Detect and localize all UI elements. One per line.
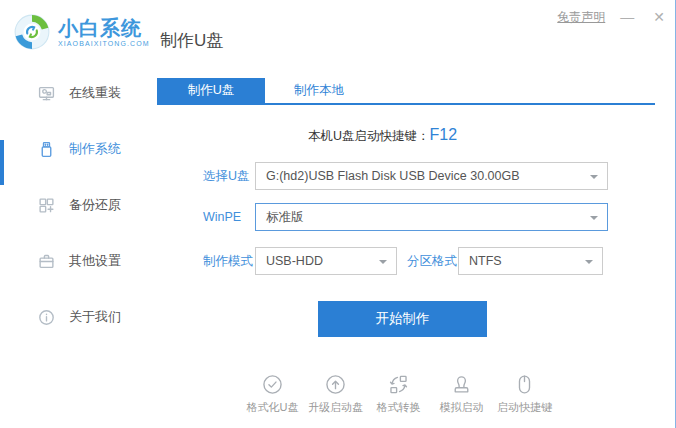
brand-name: 小白系统 [58,17,150,39]
sidebar-item-label: 其他设置 [69,252,121,270]
sidebar-item-label: 备份还原 [69,196,121,214]
tool-upgrade-boot-disk[interactable]: 升级启动盘 [304,373,367,415]
make-mode-dropdown[interactable]: USB-HDD [255,247,397,275]
make-mode-value: USB-HDD [266,254,323,268]
sidebar-item-about-us[interactable]: 关于我们 [38,302,157,332]
app-logo: 小白系统 XIAOBAIXITONG.COM [13,13,150,51]
partition-format-label: 分区格式 [407,247,457,275]
sidebar-item-label: 制作系统 [69,140,121,158]
chevron-down-icon [585,260,593,264]
minimize-icon[interactable]: — [616,8,638,26]
tab-underline [157,103,655,105]
footer-tools: 格式化U盘 升级启动盘 格式转换 [241,373,556,415]
tool-format-usb[interactable]: 格式化U盘 [241,373,304,415]
boot-hotkey-value: F12 [429,126,457,143]
convert-icon [387,373,410,396]
app-window: 免责声明 — ✕ 小白系统 XIAOBAIXITONG.COM 制作U盘 [0,0,676,428]
sidebar-item-label: 关于我们 [69,308,121,326]
partition-format-dropdown[interactable]: NTFS [458,247,603,275]
tab-make-local[interactable]: 制作本地 [265,78,373,103]
boot-hotkey-line: 本机U盘启动快捷键：F12 [157,126,608,145]
sidebar-item-other-settings[interactable]: 其他设置 [38,246,157,276]
backup-grid-icon [38,197,55,214]
sidebar: 在线重装 制作系统 备份还原 [0,78,157,428]
usb-select-dropdown[interactable]: G:(hd2)USB Flash Disk USB Device 30.00GB [255,162,608,190]
usb-select-label: 选择U盘 [203,162,250,190]
close-icon[interactable]: ✕ [649,8,669,26]
format-check-icon [261,373,284,396]
brand-domain: XIAOBAIXITONG.COM [58,40,150,47]
sidebar-item-online-reinstall[interactable]: 在线重装 [38,78,157,108]
usb-select-value: G:(hd2)USB Flash Disk USB Device 30.00GB [266,169,520,183]
tool-label: 格式化U盘 [247,400,299,415]
make-mode-label: 制作模式 [203,247,253,275]
chevron-down-icon [590,216,598,220]
tool-simulate-boot[interactable]: 模拟启动 [430,373,493,415]
sidebar-item-label: 在线重装 [69,84,121,102]
chevron-down-icon [379,260,387,264]
page-title: 制作U盘 [160,29,223,52]
active-indicator [0,140,4,185]
mouse-icon [513,373,536,396]
logo-text: 小白系统 XIAOBAIXITONG.COM [58,17,150,47]
start-make-button[interactable]: 开始制作 [318,301,487,337]
winpe-dropdown[interactable]: 标准版 [255,203,608,231]
logo-sphere-icon [13,13,51,51]
stamp-icon [450,373,473,396]
tool-format-convert[interactable]: 格式转换 [367,373,430,415]
usb-drive-icon [38,141,55,158]
tool-boot-hotkey[interactable]: 启动快捷键 [493,373,556,415]
winpe-value: 标准版 [266,210,304,224]
tool-label: 升级启动盘 [308,400,363,415]
boot-hotkey-prefix: 本机U盘启动快捷键： [308,129,430,143]
upgrade-arrow-icon [324,373,347,396]
window-controls: 免责声明 — ✕ [557,8,669,26]
sidebar-item-backup-restore[interactable]: 备份还原 [38,190,157,220]
info-icon [38,309,55,326]
tool-label: 模拟启动 [440,400,484,415]
tool-label: 格式转换 [377,400,421,415]
tab-bar: 制作U盘 制作本地 [157,78,655,103]
monitor-reinstall-icon [38,85,55,102]
toolbox-icon [38,253,55,270]
tab-make-usb[interactable]: 制作U盘 [157,78,265,103]
main-content: 制作U盘 制作本地 本机U盘启动快捷键：F12 选择U盘 G:(hd2)USB … [157,78,676,428]
winpe-label: WinPE [203,203,241,231]
tool-label: 启动快捷键 [497,400,552,415]
disclaimer-link[interactable]: 免责声明 [557,9,605,26]
sidebar-item-make-system[interactable]: 制作系统 [38,134,157,164]
partition-format-value: NTFS [469,254,502,268]
chevron-down-icon [590,175,598,179]
